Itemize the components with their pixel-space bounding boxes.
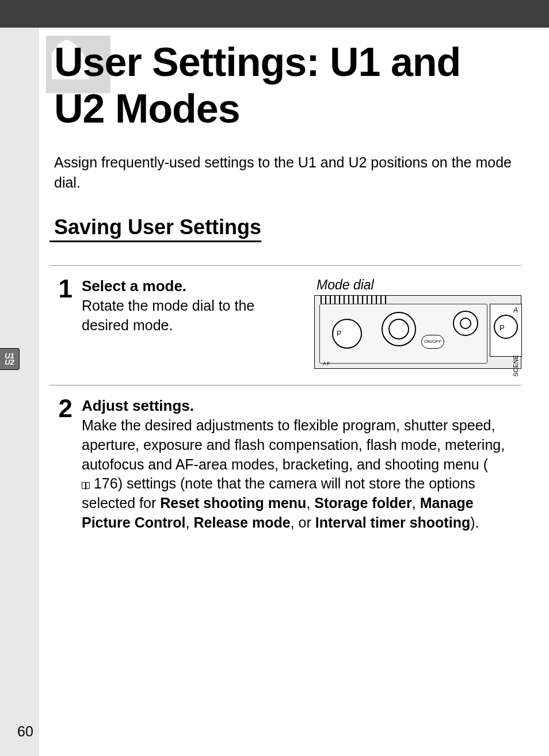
step-body: Select a mode. Rotate the mode dial to t… [82,276,521,369]
steps-list: 1 Select a mode. Rotate the mode dial to… [49,265,521,549]
intro-paragraph: Assign frequently-used settings to the U… [49,152,521,192]
command-dial-icon [382,312,416,346]
figure-column: Mode dial ON/OFF AF A [314,276,521,369]
content-area: User Settings: U1 and U2 Modes Assign fr… [39,28,532,549]
mode-dial-icon [332,319,362,349]
section-heading: Saving User Settings [49,215,261,242]
step-number: 1 [49,276,73,369]
page-ref-number: 176 [94,475,118,491]
bold-storage-folder: Storage folder [314,495,411,511]
af-label: AF [323,360,331,367]
mode-dial-inset: A SCENE [490,304,522,357]
bold-reset-shooting-menu: Reset shooting menu [160,495,306,511]
step-description: Rotate the mode dial to the desired mode… [82,297,254,333]
inset-scene-label: SCENE [512,355,520,377]
top-bar [0,0,549,28]
book-icon [82,482,90,489]
u1-code: U1 [298,154,317,170]
step-heading: Select a mode. [82,277,186,295]
step-1: 1 Select a mode. Rotate the mode dial to… [49,265,521,385]
bold-interval-timer-shooting: Interval timer shooting [315,514,470,530]
section-tab-icon: U1U2 [0,348,20,370]
step-text: Select a mode. Rotate the mode dial to t… [82,276,303,335]
page-title: User Settings: U1 and U2 Modes [49,28,521,132]
mode-dial-figure: ON/OFF AF A SCENE [314,295,521,369]
step-number: 2 [49,396,73,533]
intro-text-b: and [317,154,349,170]
onoff-switch-icon: ON/OFF [421,335,444,349]
inset-a-label: A [513,306,518,315]
intro-text-a: Assign frequently-used settings to the [54,154,298,170]
step-text-a: Make the desired adjustments to flexible… [82,417,505,472]
bold-release-mode: Release mode [193,514,290,530]
step-2: 2 Adjust settings. Make the desired adju… [49,385,521,549]
shutter-button-icon [453,311,478,336]
section-tab-label: U1U2 [5,353,14,365]
left-sidebar: U1U2 [0,28,39,756]
page-reference: 176 [82,474,118,494]
page-number: 60 [17,723,33,740]
inset-dial-icon [494,315,518,339]
u2-code: U2 [348,154,367,170]
step-body: Adjust settings. Make the desired adjust… [82,396,521,533]
step-heading: Adjust settings. [82,397,194,414]
manual-page: U1U2 User Settings: U1 and U2 Modes Assi… [0,0,549,756]
figure-caption: Mode dial [314,276,521,294]
